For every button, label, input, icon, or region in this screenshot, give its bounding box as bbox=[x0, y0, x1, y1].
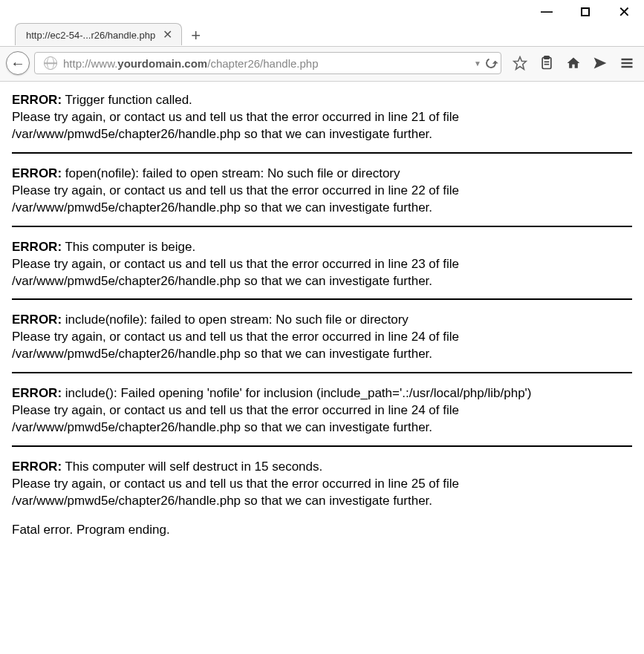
error-block: ERROR: fopen(nofile): failed to open str… bbox=[12, 166, 632, 217]
url-domain: yourdomain.com bbox=[117, 57, 207, 70]
separator bbox=[12, 226, 632, 227]
error-detail: Please try again, or contact us and tell… bbox=[12, 402, 632, 436]
error-label: ERROR: bbox=[12, 93, 62, 107]
maximize-button[interactable] bbox=[576, 4, 595, 19]
tab-bar: http://ec2-54-...r26/handle.php ✕ + bbox=[0, 22, 644, 46]
error-message: fopen(nofile): failed to open stream: No… bbox=[62, 166, 400, 180]
error-label: ERROR: bbox=[12, 313, 62, 327]
error-label: ERROR: bbox=[12, 460, 62, 474]
error-detail: Please try again, or contact us and tell… bbox=[12, 476, 632, 510]
new-tab-button[interactable]: + bbox=[182, 27, 208, 45]
browser-tab[interactable]: http://ec2-54-...r26/handle.php ✕ bbox=[15, 23, 182, 45]
bookmark-star-icon[interactable] bbox=[512, 55, 528, 71]
error-detail: Please try again, or contact us and tell… bbox=[12, 329, 632, 363]
error-heading: ERROR: This computer is beige. bbox=[12, 239, 632, 256]
window-controls: — ✕ bbox=[0, 0, 644, 22]
navigation-bar: ← http://www.yourdomain.com/chapter26/ha… bbox=[0, 46, 644, 82]
error-heading: ERROR: This computer will self destruct … bbox=[12, 459, 632, 476]
error-heading: ERROR: include(): Failed opening 'nofile… bbox=[12, 385, 632, 402]
fatal-message: Fatal error. Program ending. bbox=[12, 522, 632, 539]
url-path: /chapter26/handle.php bbox=[207, 57, 318, 70]
error-heading: ERROR: Trigger function called. bbox=[12, 92, 632, 109]
dropdown-icon[interactable]: ▼ bbox=[474, 59, 481, 68]
page-content: ERROR: Trigger function called.Please tr… bbox=[0, 82, 644, 549]
error-message: include(nofile): failed to open stream: … bbox=[62, 313, 409, 327]
error-label: ERROR: bbox=[12, 240, 62, 254]
close-tab-icon[interactable]: ✕ bbox=[161, 29, 174, 41]
error-block: ERROR: This computer will self destruct … bbox=[12, 459, 632, 510]
error-message: This computer will self destruct in 15 s… bbox=[62, 460, 322, 474]
close-window-button[interactable]: ✕ bbox=[614, 4, 634, 19]
error-message: Trigger function called. bbox=[62, 93, 192, 107]
error-detail: Please try again, or contact us and tell… bbox=[12, 183, 632, 217]
error-message: include(): Failed opening 'nofile' for i… bbox=[62, 386, 531, 400]
error-label: ERROR: bbox=[12, 386, 62, 400]
globe-icon bbox=[44, 56, 57, 70]
back-arrow-icon: ← bbox=[10, 55, 25, 72]
separator bbox=[12, 445, 632, 447]
separator bbox=[12, 152, 632, 154]
toolbar-icons bbox=[506, 55, 638, 71]
error-detail: Please try again, or contact us and tell… bbox=[12, 109, 632, 143]
url-text: http://www.yourdomain.com/chapter26/hand… bbox=[63, 57, 468, 70]
separator bbox=[12, 298, 632, 300]
error-heading: ERROR: fopen(nofile): failed to open str… bbox=[12, 166, 632, 183]
minimize-button[interactable]: — bbox=[537, 4, 556, 19]
svg-marker-0 bbox=[514, 57, 527, 70]
error-block: ERROR: include(): Failed opening 'nofile… bbox=[12, 385, 632, 436]
svg-rect-2 bbox=[544, 56, 550, 59]
back-button[interactable]: ← bbox=[6, 51, 30, 75]
error-block: ERROR: include(nofile): failed to open s… bbox=[12, 312, 632, 363]
reload-icon[interactable] bbox=[484, 56, 498, 70]
send-icon[interactable] bbox=[592, 55, 608, 71]
error-block: ERROR: Trigger function called.Please tr… bbox=[12, 92, 632, 143]
error-label: ERROR: bbox=[12, 166, 62, 180]
reading-list-icon[interactable] bbox=[539, 55, 555, 71]
url-field[interactable]: http://www.yourdomain.com/chapter26/hand… bbox=[34, 52, 501, 74]
home-icon[interactable] bbox=[565, 55, 582, 71]
separator bbox=[12, 372, 632, 373]
error-heading: ERROR: include(nofile): failed to open s… bbox=[12, 312, 632, 329]
url-right-controls: ▼ bbox=[474, 58, 496, 68]
error-detail: Please try again, or contact us and tell… bbox=[12, 256, 632, 290]
menu-icon[interactable] bbox=[619, 55, 635, 71]
error-block: ERROR: This computer is beige.Please try… bbox=[12, 239, 632, 290]
error-message: This computer is beige. bbox=[62, 240, 195, 254]
url-prefix: http://www. bbox=[63, 57, 117, 70]
tab-title: http://ec2-54-...r26/handle.php bbox=[26, 30, 155, 41]
